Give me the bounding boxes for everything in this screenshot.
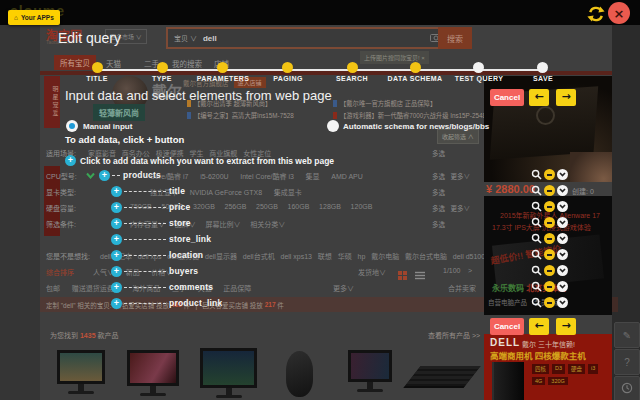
automatic-schema-label[interactable]: Automatic schema for news/blogs/bbs <box>343 122 489 131</box>
refresh-icon <box>586 4 606 24</box>
add-field-icon[interactable]: + <box>111 266 122 277</box>
side-banner: 明星宠爱 <box>44 76 60 128</box>
add-field-icon[interactable]: + <box>111 282 122 293</box>
add-field-icon[interactable]: + <box>111 250 122 261</box>
automatic-schema-radio[interactable] <box>327 120 339 132</box>
tree-connector <box>124 223 166 224</box>
magnifier-icon[interactable] <box>531 201 542 212</box>
tree-field-label: comments <box>169 282 213 292</box>
add-field-icon[interactable]: + <box>111 218 122 229</box>
help-tool-button[interactable]: ? <box>614 349 640 375</box>
confirm-chevron-icon[interactable] <box>557 217 568 228</box>
tree-row-field: +location <box>111 249 203 261</box>
step-dot-data-schema[interactable] <box>410 62 421 73</box>
row-tools <box>531 185 568 196</box>
click-hint-row: + Click to add data which you want to ex… <box>65 155 334 166</box>
confirm-chevron-icon[interactable] <box>557 249 568 260</box>
spec-chip: 320G <box>548 377 567 385</box>
confirm-chevron-icon[interactable] <box>557 281 568 292</box>
manual-input-label[interactable]: Manual input <box>83 122 132 131</box>
next-element-button-top[interactable]: → <box>556 89 576 106</box>
edit-tool-button[interactable]: ✎ <box>614 322 640 348</box>
dell-headline: 高端商用机 四核爆款主机 <box>490 349 586 361</box>
expand-chevron-icon[interactable] <box>86 172 95 179</box>
hot-search-line: 【戴尔唯一官方旗舰店 正品保障】 <box>333 99 436 108</box>
tree-row-field: +comments <box>111 281 213 293</box>
step-label: TEST QUERY <box>455 75 503 82</box>
add-field-icon[interactable]: + <box>99 170 110 181</box>
magnifier-icon[interactable] <box>531 297 542 308</box>
confirm-chevron-icon[interactable] <box>557 201 568 212</box>
filter-label: 您是不是想找: <box>46 251 90 261</box>
step-label: SAVE <box>533 75 553 82</box>
add-field-icon[interactable]: + <box>65 155 76 166</box>
tree-row-field: +product_link <box>111 297 222 309</box>
step-dot-title[interactable] <box>92 62 103 73</box>
remove-icon[interactable] <box>544 201 555 212</box>
confirm-chevron-icon[interactable] <box>557 185 568 196</box>
add-field-icon[interactable]: + <box>111 202 122 213</box>
bullet-icon <box>333 112 337 119</box>
hot-search-text: 【编号之家】高清大屏Ins15M-7528 <box>194 112 294 119</box>
hot-search-text: 【游戏利器】新一代酷睿7000六战升级 Ins15P-2548 <box>340 112 486 119</box>
confirm-chevron-icon[interactable] <box>557 169 568 180</box>
step-dot-parameters[interactable] <box>217 62 228 73</box>
filter-label: 显卡类型: <box>46 187 76 197</box>
your-apps-label: Your APPs <box>21 14 54 21</box>
step-dot-save[interactable] <box>537 62 548 73</box>
step-dot-test-query[interactable] <box>473 62 484 73</box>
prev-element-button-top[interactable]: ← <box>529 89 549 106</box>
magnifier-icon[interactable] <box>531 185 542 196</box>
product-mouse <box>286 351 313 397</box>
remove-icon[interactable] <box>544 169 555 180</box>
view-all-products-link: 查看所有产品 >> <box>428 330 480 340</box>
magnifier-icon[interactable] <box>531 169 542 180</box>
filter-label: 筛选条件: <box>46 219 76 229</box>
close-button[interactable]: × <box>608 2 630 24</box>
add-field-icon[interactable]: + <box>111 298 122 309</box>
cancel-button-top[interactable]: Cancel <box>490 89 524 106</box>
checkbox-more: 更多∨ <box>333 283 354 293</box>
confirm-chevron-icon[interactable] <box>557 297 568 308</box>
confirm-chevron-icon[interactable] <box>557 233 568 244</box>
remove-icon[interactable] <box>544 217 555 228</box>
prev-element-button-bottom[interactable]: ← <box>529 318 549 335</box>
found-suffix: 款产品 <box>96 332 119 339</box>
magnifier-icon[interactable] <box>531 265 542 276</box>
magnifier-icon[interactable] <box>531 281 542 292</box>
cancel-button-bottom[interactable]: Cancel <box>490 318 524 335</box>
manual-input-radio[interactable] <box>66 120 78 132</box>
hot-search-line: 【游戏利器】新一代酷睿7000六战升级 Ins15P-2548 <box>333 111 486 120</box>
next-element-button-bottom[interactable]: → <box>556 318 576 335</box>
remove-icon[interactable] <box>544 233 555 244</box>
product-monitor-3 <box>200 348 257 398</box>
remove-icon[interactable] <box>544 185 555 196</box>
remove-icon[interactable] <box>544 297 555 308</box>
magnifier-icon[interactable] <box>531 217 542 228</box>
confirm-chevron-icon[interactable] <box>557 265 568 276</box>
created-count: 创建: 0 <box>572 186 594 196</box>
magnifier-icon[interactable] <box>531 233 542 244</box>
spec-chip: 4G <box>532 377 545 385</box>
history-tool-button[interactable] <box>614 376 640 400</box>
tree-field-label: store_link <box>169 234 211 244</box>
refresh-button[interactable] <box>586 4 606 24</box>
search-button: 搜索 <box>438 27 472 49</box>
remove-icon[interactable] <box>544 265 555 276</box>
filter-actions: 多选 <box>432 187 445 197</box>
step-dot-paging[interactable] <box>282 62 293 73</box>
add-field-icon[interactable]: + <box>111 186 122 197</box>
dell-brand: DELL <box>490 337 520 348</box>
remove-icon[interactable] <box>544 249 555 260</box>
remove-icon[interactable] <box>544 281 555 292</box>
step-dot-search[interactable] <box>347 62 358 73</box>
filter-actions: 多选 <box>432 148 445 158</box>
magnifier-icon[interactable] <box>531 249 542 260</box>
filter-label: 硬盘容量: <box>46 203 76 213</box>
your-apps-button[interactable]: ⌂ Your APPs <box>8 10 60 25</box>
add-field-icon[interactable]: + <box>111 234 122 245</box>
step-dot-type[interactable] <box>157 62 168 73</box>
dell-desktop-ad: DELL 戴尔 三十年信赖! 高端商用机 四核爆款主机 四核D3硬盘i34G32… <box>484 334 612 400</box>
pencil-icon: ✎ <box>623 330 631 341</box>
step-label: PAGING <box>273 75 303 82</box>
